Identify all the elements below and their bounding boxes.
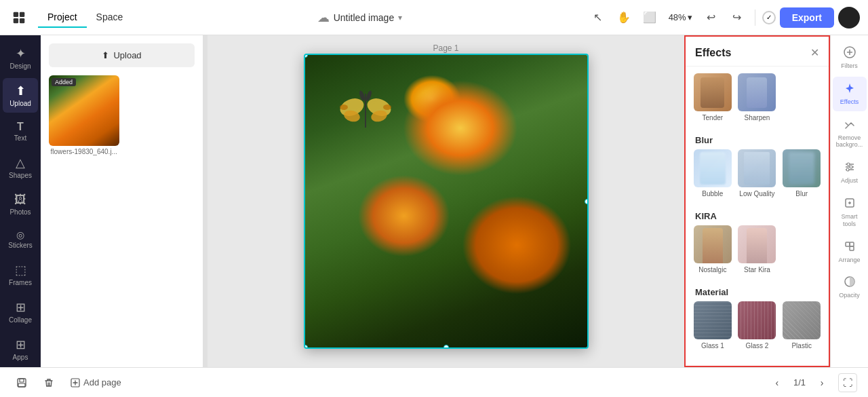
effects-blur-grid: Bubble Low Quality Blur xyxy=(686,149,829,204)
stickers-icon: ◎ xyxy=(16,229,24,240)
opacity-label: Opacity xyxy=(839,292,860,299)
removebg-label: Remove backgro... xyxy=(835,134,864,149)
logo[interactable] xyxy=(8,7,30,29)
glass1-thumb xyxy=(694,301,732,339)
plastic-thumb xyxy=(783,301,821,339)
adjust-icon xyxy=(844,161,856,176)
thumb-filename: flowers-19830_640.j... xyxy=(49,148,119,155)
sharpen-label: Sharpen xyxy=(745,114,770,121)
effects-header: Effects ✕ xyxy=(686,37,829,67)
canvas-area[interactable]: Page 1 ⊡ ⊞ ⧉ ••• xyxy=(208,35,684,367)
sidebar-item-collage[interactable]: ⊞ Collage xyxy=(3,295,38,329)
effect-blur[interactable]: Blur xyxy=(781,149,822,197)
right-strip-adjust[interactable]: Adjust xyxy=(833,155,867,190)
svg-point-17 xyxy=(847,163,850,166)
sidebar-item-upload[interactable]: ⬆ Upload xyxy=(3,78,38,113)
bubble-thumb xyxy=(694,149,732,187)
effects-close-button[interactable]: ✕ xyxy=(810,46,819,59)
right-strip-effects[interactable]: Effects xyxy=(833,77,867,111)
glass2-label: Glass 2 xyxy=(746,342,769,349)
sidebar-item-text[interactable]: T Text xyxy=(3,115,38,147)
resize-handle-bottomleft[interactable] xyxy=(304,345,308,349)
kira-section-title: KIRA xyxy=(686,204,829,225)
resize-handle-midright[interactable] xyxy=(585,199,589,204)
right-strip: Filters Effects Remove backgro... xyxy=(830,35,868,367)
effect-tender[interactable]: Tender xyxy=(692,73,733,121)
butterfly-overlay xyxy=(338,90,393,131)
frame-tool-button[interactable]: ⬜ xyxy=(639,7,660,29)
svg-rect-0 xyxy=(14,12,18,16)
lowquality-thumb xyxy=(738,149,776,187)
shapes-icon: △ xyxy=(16,155,25,170)
hand-tool-button[interactable]: ✋ xyxy=(613,7,635,29)
resize-handle-bottommid[interactable] xyxy=(443,345,449,349)
plastic-label: Plastic xyxy=(791,342,811,349)
delete-button[interactable] xyxy=(38,372,60,394)
effect-bubble[interactable]: Bubble xyxy=(692,149,733,197)
svg-point-18 xyxy=(850,166,852,168)
nostalgic-thumb xyxy=(694,225,732,263)
upload-icon: ⬆ xyxy=(16,83,26,98)
sidebar-item-design[interactable]: ✦ Design xyxy=(3,41,38,75)
undo-button[interactable]: ↩ xyxy=(701,7,722,29)
effects-material-grid: Glass 1 Glass 2 Plastic xyxy=(686,301,829,356)
effect-starkira[interactable]: Star Kira xyxy=(737,225,778,273)
effect-plastic[interactable]: Plastic xyxy=(781,301,822,349)
bubble-label: Bubble xyxy=(702,190,723,197)
save-button[interactable] xyxy=(11,372,33,394)
page-prev-button[interactable]: ‹ xyxy=(766,372,788,394)
right-strip-arrange[interactable]: Arrange xyxy=(833,235,867,269)
topbar-center: ☁ Untitled image ▾ xyxy=(138,10,581,25)
right-strip-filters[interactable]: Filters xyxy=(833,41,867,75)
arrange-label: Arrange xyxy=(838,257,860,264)
right-strip-smarttools[interactable]: Smart tools xyxy=(833,191,867,233)
effect-glass1[interactable]: Glass 1 xyxy=(692,301,733,349)
zoom-value: 48% xyxy=(669,12,686,22)
right-strip-opacity[interactable]: Opacity xyxy=(833,270,867,305)
svg-rect-1 xyxy=(20,12,24,16)
select-tool-button[interactable]: ↖ xyxy=(587,7,609,29)
effect-sharpen[interactable]: Sharpen xyxy=(737,73,778,121)
canvas-image[interactable] xyxy=(304,54,589,349)
effects-strip-label: Effects xyxy=(840,98,859,106)
sidebar-item-apps[interactable]: ⊞ Apps xyxy=(3,332,38,366)
glass2-thumb xyxy=(738,301,776,339)
arrange-icon xyxy=(844,240,856,255)
upload-thumb[interactable]: Added xyxy=(49,75,119,146)
collage-icon: ⊞ xyxy=(16,300,26,315)
title-chevron-icon[interactable]: ▾ xyxy=(398,13,402,22)
effects-basic-grid: Tender Sharpen xyxy=(686,67,829,128)
effect-glass2[interactable]: Glass 2 xyxy=(737,301,778,349)
topbar-tools: ↖ ✋ ⬜ 48% ▾ ↩ ↪ ✓ Export xyxy=(587,7,860,29)
fullscreen-button[interactable]: ⛶ xyxy=(838,373,857,392)
effect-lowquality[interactable]: Low Quality xyxy=(737,149,778,197)
add-page-button[interactable]: Add page xyxy=(65,375,127,390)
sidebar-item-photos[interactable]: 🖼 Photos xyxy=(3,187,38,221)
text-icon: T xyxy=(17,121,24,133)
sidebar-item-frames[interactable]: ⬚ Frames xyxy=(3,257,38,292)
page-label: Page 1 xyxy=(433,43,458,53)
zoom-control[interactable]: 48% ▾ xyxy=(665,10,696,25)
tender-thumb xyxy=(694,73,732,111)
smarttools-icon xyxy=(844,197,856,212)
blur-thumb xyxy=(783,149,821,187)
upload-button[interactable]: ⬆ Upload xyxy=(49,43,195,67)
redo-button[interactable]: ↪ xyxy=(726,7,748,29)
upload-grid: Added flowers-19830_640.j... xyxy=(41,75,203,164)
right-strip-removebg[interactable]: Remove backgro... xyxy=(833,113,867,155)
svg-rect-27 xyxy=(18,383,25,387)
blur-section-title: Blur xyxy=(686,128,829,149)
upload-btn-icon: ⬆ xyxy=(102,50,109,60)
avatar[interactable] xyxy=(838,7,860,29)
tab-space[interactable]: Space xyxy=(87,7,133,28)
effects-title: Effects xyxy=(695,47,731,59)
tab-project[interactable]: Project xyxy=(38,7,87,28)
upload-image-item[interactable]: Added flowers-19830_640.j... xyxy=(49,75,119,155)
document-title: Untitled image xyxy=(334,12,395,23)
cloud-icon: ☁ xyxy=(317,10,330,25)
export-button[interactable]: Export xyxy=(780,7,834,28)
page-next-button[interactable]: › xyxy=(811,372,833,394)
sidebar-item-stickers[interactable]: ◎ Stickers xyxy=(3,224,38,254)
sidebar-item-shapes[interactable]: △ Shapes xyxy=(3,150,38,185)
effect-nostalgic[interactable]: Nostalgic xyxy=(692,225,733,273)
